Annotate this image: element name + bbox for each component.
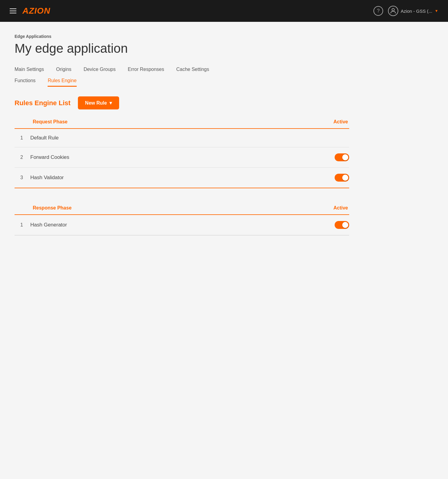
- response-phase-label: Response Phase: [15, 205, 72, 211]
- request-phase-table: Request Phase Active 1 Default Rule 2 Fo…: [15, 117, 349, 188]
- hamburger-menu[interactable]: [10, 8, 16, 13]
- toggle-thumb: [342, 154, 348, 160]
- active-toggle[interactable]: [335, 153, 349, 161]
- rule-number: 1: [15, 135, 23, 141]
- dropdown-arrow-icon: ▾: [109, 100, 112, 106]
- tab-error-responses[interactable]: Error Responses: [128, 67, 164, 75]
- active-label-response: Active: [333, 205, 349, 211]
- help-button[interactable]: ?: [373, 6, 383, 16]
- table-row: 3 Hash Validator: [15, 168, 349, 188]
- active-toggle[interactable]: [335, 221, 349, 229]
- table-row: 1 Hash Generator: [15, 215, 349, 235]
- rule-number: 3: [15, 175, 23, 180]
- rule-name: Forward Cookies: [30, 154, 69, 160]
- rule-left: 1 Hash Generator: [15, 222, 67, 228]
- table-row: 2 Forward Cookies: [15, 147, 349, 168]
- toggle-track: [335, 221, 349, 229]
- tab-rules-engine[interactable]: Rules Engine: [48, 78, 76, 87]
- svg-point-0: [392, 8, 394, 11]
- page-content: Edge Applications My edge application Ma…: [0, 22, 364, 248]
- rule-name: Hash Validator: [30, 175, 64, 181]
- rule-name: Hash Generator: [30, 222, 67, 228]
- rule-left: 3 Hash Validator: [15, 175, 64, 181]
- azion-logo: AZION: [22, 6, 50, 16]
- response-phase-header: Response Phase Active: [15, 203, 349, 215]
- new-rule-label: New Rule: [85, 100, 107, 106]
- page-title: My edge application: [15, 41, 349, 56]
- rule-number: 2: [15, 155, 23, 160]
- user-label: Azion - GSS (...: [401, 8, 432, 14]
- user-avatar: [388, 6, 398, 16]
- active-label-request: Active: [333, 119, 349, 125]
- table-row: 1 Default Rule: [15, 129, 349, 147]
- request-phase-label: Request Phase: [15, 119, 68, 125]
- question-mark-icon: ?: [377, 8, 379, 14]
- toggle-thumb: [342, 222, 348, 228]
- new-rule-button[interactable]: New Rule ▾: [78, 96, 119, 109]
- breadcrumb: Edge Applications: [15, 34, 349, 39]
- tabs-row2: Functions Rules Engine: [15, 78, 349, 87]
- active-toggle[interactable]: [335, 174, 349, 182]
- toggle-thumb: [342, 175, 348, 181]
- tabs-row1: Main Settings Origins Device Groups Erro…: [15, 67, 349, 75]
- tab-functions[interactable]: Functions: [15, 78, 35, 87]
- rules-engine-header: Rules Engine List New Rule ▾: [15, 96, 349, 109]
- rule-left: 2 Forward Cookies: [15, 154, 69, 160]
- user-menu[interactable]: Azion - GSS (... ▼: [388, 6, 438, 16]
- tab-device-groups[interactable]: Device Groups: [84, 67, 116, 75]
- tab-main-settings[interactable]: Main Settings: [15, 67, 44, 75]
- tab-cache-settings[interactable]: Cache Settings: [176, 67, 209, 75]
- rules-engine-title: Rules Engine List: [15, 99, 71, 107]
- rule-left: 1 Default Rule: [15, 135, 59, 141]
- chevron-down-icon: ▼: [435, 9, 438, 13]
- toggle-track: [335, 174, 349, 182]
- toggle-track: [335, 153, 349, 161]
- tab-origins[interactable]: Origins: [56, 67, 72, 75]
- request-phase-header: Request Phase Active: [15, 117, 349, 129]
- top-navigation: AZION ? Azion - GSS (... ▼: [0, 0, 448, 22]
- rule-number: 1: [15, 222, 23, 228]
- rule-name: Default Rule: [30, 135, 59, 141]
- response-phase-table: Response Phase Active 1 Hash Generator: [15, 203, 349, 236]
